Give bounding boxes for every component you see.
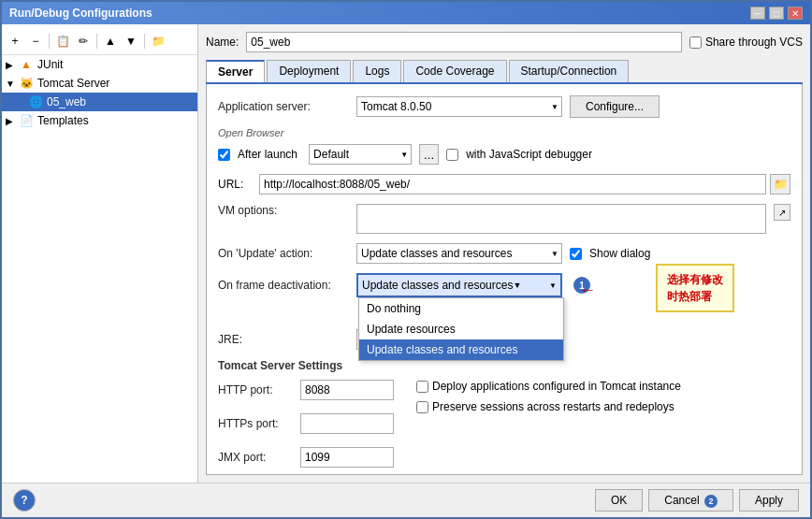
copy-config-button[interactable]: 📋 <box>53 32 72 50</box>
add-config-button[interactable]: + <box>6 32 24 50</box>
http-port-row: HTTP port: <box>218 380 394 400</box>
tab-startup-connection[interactable]: Startup/Connection <box>509 60 630 82</box>
cancel-label: Cancel <box>664 494 699 507</box>
url-row: URL: 📁 <box>218 174 790 195</box>
sidebar-toolbar: + − 📋 ✏ ▲ ▼ 📁 <box>2 28 197 55</box>
app-server-dropdown[interactable]: Tomcat 8.0.50 <box>356 96 562 117</box>
cancel-button[interactable]: Cancel 2 <box>648 489 733 512</box>
app-server-row: Application server: Tomcat 8.0.50 Config… <box>218 95 790 118</box>
on-update-dropdown[interactable]: Update classes and resources <box>356 243 562 264</box>
vm-expand-button[interactable]: ↗ <box>774 204 790 221</box>
share-checkbox[interactable] <box>689 36 702 49</box>
show-dialog-checkbox[interactable] <box>570 248 582 260</box>
https-port-label: HTTPs port: <box>218 417 293 430</box>
url-input[interactable] <box>259 174 766 195</box>
configure-button[interactable]: Configure... <box>570 95 660 118</box>
folder-button[interactable]: 📁 <box>149 32 167 50</box>
http-port-input[interactable] <box>300 380 394 400</box>
templates-label: Templates <box>37 114 89 127</box>
js-debugger-checkbox[interactable] <box>446 149 458 161</box>
ok-button[interactable]: OK <box>595 489 643 512</box>
on-update-row: On 'Update' action: Update classes and r… <box>218 243 790 264</box>
deploy-apps-label: Deploy applications configured in Tomcat… <box>432 380 681 393</box>
tab-server[interactable]: Server <box>206 60 265 82</box>
options-column: Deploy applications configured in Tomcat… <box>416 380 681 475</box>
preserve-sessions-label: Preserve sessions across restarts and re… <box>432 400 674 413</box>
tomcat-arrow: ▼ <box>6 79 19 89</box>
bottom-bar: ? OK Cancel 2 Apply <box>2 483 810 517</box>
on-update-label: On 'Update' action: <box>218 247 349 260</box>
tab-logs[interactable]: Logs <box>353 60 401 82</box>
tab-deployment[interactable]: Deployment <box>267 60 351 82</box>
browser-dropdown[interactable]: Default <box>309 144 412 165</box>
deploy-apps-checkbox[interactable] <box>416 381 428 393</box>
edit-config-button[interactable]: ✏ <box>74 32 93 50</box>
after-launch-label: After launch <box>238 148 297 161</box>
window-title: Run/Debug Configurations <box>9 7 152 20</box>
web-icon: 🌐 <box>28 94 43 109</box>
vm-options-label: VM options: <box>218 204 349 217</box>
after-launch-checkbox[interactable] <box>218 149 230 161</box>
preserve-sessions-checkbox[interactable] <box>416 401 428 413</box>
junit-icon: ▲ <box>19 57 34 72</box>
move-down-button[interactable]: ▼ <box>122 32 140 50</box>
tabs-bar: Server Deployment Logs Code Coverage Sta… <box>206 60 803 84</box>
settings-title: Tomcat Server Settings <box>218 359 790 372</box>
jmx-port-row: JMX port: <box>218 447 394 468</box>
sidebar-item-templates[interactable]: ▶ 📄 Templates <box>2 111 197 130</box>
on-frame-dropdown-wrapper: Update classes and resources ▼ <box>356 273 562 297</box>
templates-arrow: ▶ <box>6 116 19 126</box>
templates-icon: 📄 <box>19 113 34 128</box>
sidebar-item-tomcat[interactable]: ▼ 🐱 Tomcat Server <box>2 74 197 93</box>
https-port-row: HTTPs port: <box>218 413 394 434</box>
on-frame-dropdown[interactable]: Update classes and resources ▼ <box>358 275 525 296</box>
run-debug-config-window: Run/Debug Configurations ─ □ ✕ + − 📋 ✏ ▲… <box>0 0 812 519</box>
on-frame-label: On frame deactivation: <box>218 279 349 292</box>
name-label: Name: <box>206 36 239 49</box>
url-label: URL: <box>218 178 255 191</box>
share-check-row: Share through VCS <box>689 36 803 49</box>
after-launch-row: After launch Default ... with JavaScript… <box>218 144 790 165</box>
option-do-nothing[interactable]: Do nothing <box>359 298 563 319</box>
https-port-input[interactable] <box>300 413 394 434</box>
jmx-port-label: JMX port: <box>218 451 293 464</box>
vm-options-input[interactable] <box>356 204 766 234</box>
title-bar-controls: ─ □ ✕ <box>750 7 803 20</box>
callout-box: 选择有修改时热部署 <box>656 264 734 312</box>
sidebar-item-05web[interactable]: 🌐 05_web <box>2 93 197 111</box>
apply-button[interactable]: Apply <box>739 489 799 512</box>
maximize-button[interactable]: □ <box>769 7 784 20</box>
toolbar-separator <box>49 34 50 49</box>
http-port-label: HTTP port: <box>218 383 293 396</box>
tab-code-coverage[interactable]: Code Coverage <box>403 60 506 82</box>
jre-label: JRE: <box>218 333 349 346</box>
open-browser-label: Open Browser <box>218 127 790 138</box>
show-dialog-label: Show dialog <box>589 247 650 260</box>
js-debugger-label: with JavaScript debugger <box>466 148 592 161</box>
tab-content: Application server: Tomcat 8.0.50 Config… <box>206 84 803 475</box>
cancel-circle-2: 2 <box>704 495 718 508</box>
close-button[interactable]: ✕ <box>788 7 803 20</box>
preserve-sessions-row: Preserve sessions across restarts and re… <box>416 400 681 413</box>
jmx-port-input[interactable] <box>300 447 394 468</box>
app-server-dropdown-wrapper: Tomcat 8.0.50 <box>356 96 562 117</box>
name-input[interactable]: 05_web <box>246 32 682 52</box>
tomcat-icon: 🐱 <box>19 76 34 91</box>
option-update-resources[interactable]: Update resources <box>359 319 563 339</box>
browser-more-button[interactable]: ... <box>419 144 439 165</box>
minimize-button[interactable]: ─ <box>750 7 765 20</box>
deploy-apps-row: Deploy applications configured in Tomcat… <box>416 380 681 393</box>
junit-arrow: ▶ <box>6 60 19 70</box>
frame-dropdown-popup: Do nothing Update resources Update class… <box>358 297 564 361</box>
option-update-classes-resources[interactable]: Update classes and resources <box>359 339 563 360</box>
help-button[interactable]: ? <box>13 489 36 512</box>
url-browse-button[interactable]: 📁 <box>770 174 790 195</box>
browser-dropdown-wrapper: Default <box>309 144 412 165</box>
vm-options-row: VM options: ↗ <box>218 204 790 234</box>
toolbar-separator3 <box>144 34 145 49</box>
sidebar-item-junit[interactable]: ▶ ▲ JUnit <box>2 55 197 74</box>
port-column: HTTP port: HTTPs port: JMX port: <box>218 380 394 475</box>
move-up-button[interactable]: ▲ <box>101 32 120 50</box>
remove-config-button[interactable]: − <box>26 32 45 50</box>
settings-grid: HTTP port: HTTPs port: JMX port: <box>218 380 790 475</box>
